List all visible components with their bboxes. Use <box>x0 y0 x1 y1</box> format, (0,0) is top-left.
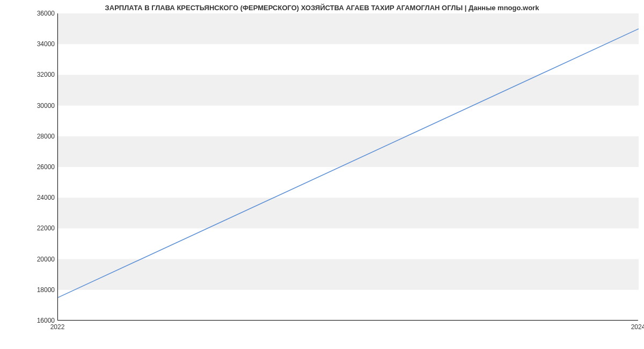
plot-area <box>57 13 638 321</box>
grid-band <box>58 259 639 290</box>
x-tick-label: 2024 <box>631 323 644 331</box>
x-tick-label: 2022 <box>50 323 65 331</box>
y-tick-label: 30000 <box>28 102 55 110</box>
grid-band <box>58 75 639 105</box>
y-tick-label: 36000 <box>28 10 55 17</box>
y-tick-label: 24000 <box>28 194 55 201</box>
y-tick-label: 28000 <box>28 133 55 140</box>
grid-band <box>58 136 639 167</box>
grid-band <box>58 13 639 44</box>
grid-band <box>58 198 639 228</box>
y-tick-label: 20000 <box>28 256 55 263</box>
chart-svg <box>58 13 638 320</box>
y-tick-label: 22000 <box>28 224 55 232</box>
y-tick-label: 18000 <box>28 286 55 294</box>
y-tick-label: 34000 <box>28 40 55 48</box>
y-tick-label: 32000 <box>28 71 55 78</box>
y-tick-label: 26000 <box>28 163 55 171</box>
chart-title: ЗАРПЛАТА В ГЛАВА КРЕСТЬЯНСКОГО (ФЕРМЕРСК… <box>0 4 644 12</box>
